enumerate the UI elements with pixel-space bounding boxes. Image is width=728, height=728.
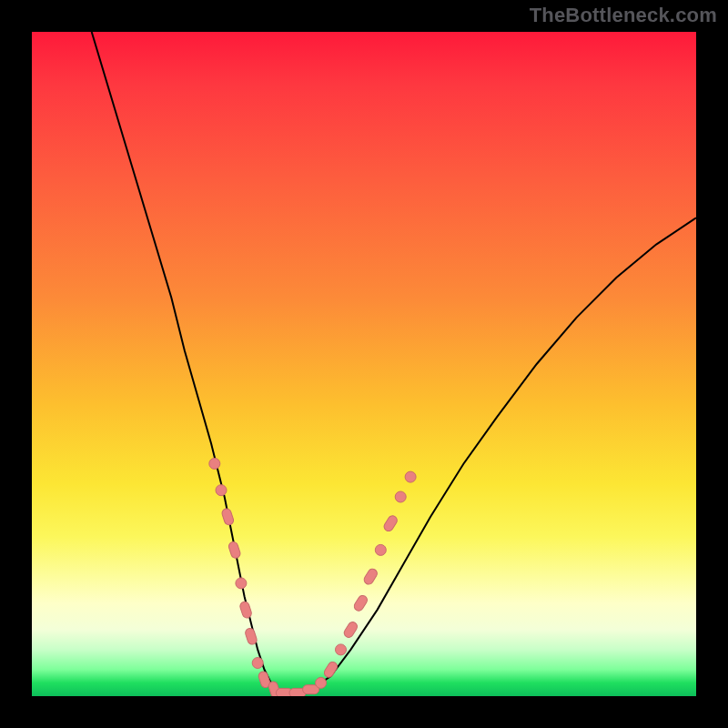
curve-marker xyxy=(362,567,379,586)
curve-marker xyxy=(252,658,263,669)
curve-marker xyxy=(342,621,359,640)
curve-marker xyxy=(209,459,220,470)
plot-area xyxy=(32,32,696,696)
watermark-text: TheBottleneck.com xyxy=(530,4,717,27)
curve-marker xyxy=(336,644,347,655)
curve-marker xyxy=(405,471,416,482)
curve-marker xyxy=(375,544,386,555)
curve-marker xyxy=(244,627,258,645)
chart-frame: TheBottleneck.com xyxy=(0,0,728,728)
curve-marker xyxy=(352,594,369,613)
bottleneck-curve xyxy=(92,32,696,693)
chart-overlay xyxy=(32,32,696,696)
curve-marker xyxy=(382,514,399,533)
curve-marker xyxy=(395,491,406,502)
curve-marker xyxy=(236,578,247,589)
curve-marker xyxy=(216,485,227,496)
curve-marker xyxy=(322,661,339,680)
curve-marker xyxy=(228,541,241,559)
curve-marker xyxy=(239,601,253,619)
curve-marker xyxy=(316,677,327,688)
curve-marker xyxy=(221,508,235,526)
